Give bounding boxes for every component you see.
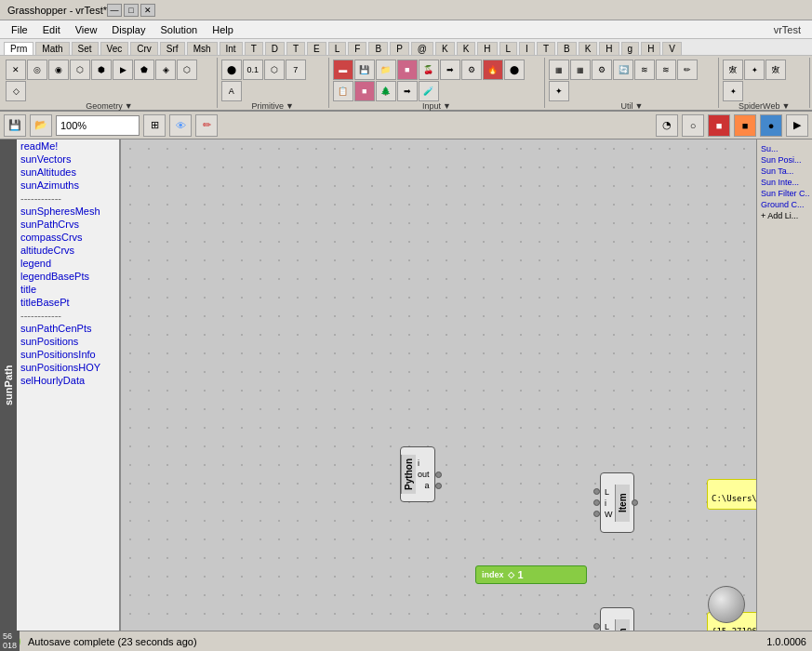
item1-node[interactable]: L i W Item — [600, 472, 634, 533]
tab-msh[interactable]: Msh — [187, 42, 218, 55]
right-panel-item-3[interactable]: Sun Inte... — [759, 177, 810, 188]
spiderweb-arrow[interactable]: ▼ — [781, 101, 790, 111]
inp-btn-13[interactable]: ➡ — [397, 81, 418, 101]
sw-btn-2[interactable]: ✦ — [744, 60, 765, 80]
geo-btn-8[interactable]: ◈ — [155, 60, 176, 80]
prim-btn-4[interactable]: 7 — [286, 60, 306, 80]
util-arrow[interactable]: ▼ — [634, 101, 643, 111]
util-btn-2[interactable]: ▦ — [570, 60, 591, 80]
menu-edit[interactable]: Edit — [35, 23, 68, 36]
inp-btn-7[interactable]: ⚙ — [461, 60, 482, 80]
python-node[interactable]: Python i out a — [400, 446, 435, 502]
orange-btn[interactable]: ■ — [734, 114, 756, 137]
util-btn-8[interactable]: ✦ — [549, 81, 569, 101]
geo-btn-3[interactable]: ◉ — [48, 60, 69, 80]
more-btn[interactable]: ▶ — [786, 114, 808, 137]
sidebar-item-sunpathcenpts[interactable]: sunPathCenPts — [17, 322, 119, 335]
red-btn[interactable]: ■ — [708, 114, 730, 137]
menu-view[interactable]: View — [68, 23, 105, 36]
util-btn-4[interactable]: 🔄 — [613, 60, 633, 80]
menu-help[interactable]: Help — [205, 23, 241, 36]
prim-btn-3[interactable]: ⬡ — [264, 60, 285, 80]
geo-btn-7[interactable]: ⬟ — [134, 60, 154, 80]
inp-btn-3[interactable]: 📁 — [376, 60, 396, 80]
prim-btn-2[interactable]: 0.1 — [243, 60, 263, 80]
sidebar-item-legendbasepts[interactable]: legendBasePts — [17, 270, 119, 283]
tab-e[interactable]: E — [307, 42, 326, 55]
tab-at[interactable]: @ — [411, 42, 433, 55]
prim-btn-1[interactable]: ⬤ — [221, 60, 242, 80]
tab-l1[interactable]: L — [328, 42, 347, 55]
inp-btn-1[interactable]: ▬ — [333, 60, 353, 80]
inp-btn-6[interactable]: ➡ — [440, 60, 460, 80]
index-value[interactable]: 1 — [518, 569, 524, 580]
inp-btn-4[interactable]: ■ — [397, 60, 418, 80]
sidebar-item-sunpositions[interactable]: sunPositions — [17, 335, 119, 348]
tab-k2[interactable]: K — [457, 42, 476, 55]
grid-button[interactable]: ⊞ — [143, 114, 166, 137]
sw-btn-4[interactable]: ✦ — [723, 81, 743, 101]
brush-button[interactable]: ✏ — [195, 114, 218, 137]
right-panel-item-4[interactable]: Sun Filter C... — [759, 188, 810, 199]
nav-sphere[interactable] — [708, 586, 745, 623]
item2-node[interactable]: L i W Item — [600, 607, 634, 631]
inp-btn-8[interactable]: 🔥 — [483, 60, 503, 80]
right-panel-item-addli[interactable]: + Add Li... — [759, 210, 810, 221]
inp-btn-2[interactable]: 💾 — [354, 60, 375, 80]
geo-btn-6[interactable]: ▶ — [113, 60, 133, 80]
sidebar-item-sunvectors[interactable]: sunVectors — [17, 153, 119, 166]
right-panel-item-5[interactable]: Ground C... — [759, 199, 810, 210]
tab-prm[interactable]: Prm — [4, 42, 33, 55]
tab-v[interactable]: V — [662, 42, 682, 55]
view-button[interactable]: 👁 — [169, 114, 192, 137]
menu-file[interactable]: File — [4, 23, 35, 36]
inp-btn-10[interactable]: 📋 — [333, 81, 353, 101]
sphere-btn[interactable]: ◔ — [656, 114, 678, 137]
geo-btn-1[interactable]: ✕ — [6, 60, 26, 80]
geo-btn-2[interactable]: ◎ — [27, 60, 47, 80]
geo-btn-10[interactable]: ◇ — [6, 81, 26, 101]
util-btn-1[interactable]: ▦ — [549, 60, 569, 80]
menu-solution[interactable]: Solution — [153, 23, 205, 36]
sidebar-item-sunaltitudes[interactable]: sunAltitudes — [17, 166, 119, 179]
tab-t3[interactable]: T — [537, 42, 555, 55]
sidebar-item-sunpositionshoy[interactable]: sunPositionsHOY — [17, 361, 119, 374]
tab-vec[interactable]: Vec — [100, 42, 129, 55]
open-button[interactable]: 📂 — [30, 114, 52, 137]
geo-btn-4[interactable]: ⬡ — [70, 60, 90, 80]
tab-t1[interactable]: T — [245, 42, 263, 55]
maximize-button[interactable]: □ — [124, 4, 139, 17]
tab-k1[interactable]: K — [435, 42, 455, 55]
sidebar-item-sunpositionsinfo[interactable]: sunPositionsInfo — [17, 348, 119, 361]
inp-btn-9[interactable]: ⬤ — [504, 60, 525, 80]
tab-crv[interactable]: Crv — [130, 42, 158, 55]
inp-btn-14[interactable]: 🧪 — [419, 81, 439, 101]
inp-btn-5[interactable]: 🍒 — [419, 60, 439, 80]
primitive-arrow[interactable]: ▼ — [286, 101, 294, 111]
tab-srf[interactable]: Srf — [160, 42, 185, 55]
blue-btn[interactable]: ● — [760, 114, 782, 137]
sidebar-item-legend[interactable]: legend — [17, 257, 119, 270]
sidebar-item-sunazimuths[interactable]: sunAzimuths — [17, 179, 119, 192]
sidebar-item-compasscrvs[interactable]: compassCrvs — [17, 231, 119, 244]
tab-p[interactable]: P — [390, 42, 409, 55]
save-button[interactable]: 💾 — [4, 114, 26, 137]
tab-l2[interactable]: L — [499, 42, 518, 55]
close-button[interactable]: ✕ — [140, 4, 155, 17]
geo-btn-9[interactable]: ⬡ — [177, 60, 197, 80]
sidebar-item-readme[interactable]: readMe! — [17, 140, 119, 153]
index-node[interactable]: index ◇ 1 — [475, 565, 587, 584]
tab-f[interactable]: F — [348, 42, 366, 55]
tab-t2[interactable]: T — [286, 42, 305, 55]
sidebar-item-titlebasept[interactable]: titleBasePt — [17, 296, 119, 309]
minimize-button[interactable]: — — [107, 4, 122, 17]
input-arrow[interactable]: ▼ — [443, 101, 451, 111]
sidebar-item-selhourlydata[interactable]: selHourlyData — [17, 374, 119, 387]
tab-g[interactable]: g — [621, 42, 640, 55]
geometry-arrow[interactable]: ▼ — [125, 101, 133, 111]
tab-h3[interactable]: H — [641, 42, 660, 55]
sidebar-item-sunpathcrvs[interactable]: sunPathCrvs — [17, 218, 119, 231]
tab-b2[interactable]: B — [557, 42, 577, 55]
menu-display[interactable]: Display — [104, 23, 153, 36]
util-btn-5[interactable]: ≋ — [634, 60, 655, 80]
